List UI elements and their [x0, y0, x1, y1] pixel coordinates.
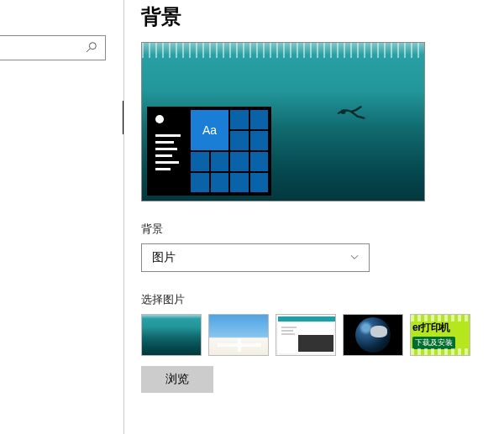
main-content: 背景 Aa — [141, 0, 504, 434]
choose-picture-label: 选择图片 — [141, 292, 504, 307]
background-type-dropdown[interactable]: 图片 — [141, 243, 370, 272]
picture-thumbnails: er打印机 下载及安装 — [141, 314, 504, 356]
chevron-down-icon — [349, 251, 360, 265]
start-menu-preview: Aa — [147, 107, 271, 196]
svg-line-1 — [87, 49, 90, 52]
nav-active-indicator — [123, 101, 123, 134]
swimmer-figure — [337, 102, 369, 122]
browse-button[interactable]: 浏览 — [141, 366, 213, 393]
page-title: 背景 — [141, 3, 504, 30]
tile-aa: Aa — [191, 110, 228, 150]
search-input[interactable] — [0, 35, 106, 60]
sidebar — [0, 0, 124, 434]
svg-point-0 — [89, 42, 96, 49]
thumbnail-5[interactable]: er打印机 下载及安装 — [410, 314, 470, 356]
dropdown-value: 图片 — [152, 250, 176, 265]
thumbnail-3[interactable] — [276, 314, 336, 356]
thumbnail-1[interactable] — [141, 314, 202, 356]
search-icon — [85, 40, 98, 56]
background-preview: Aa — [141, 42, 425, 201]
background-label: 背景 — [141, 222, 504, 237]
svg-point-2 — [341, 109, 346, 114]
thumbnail-4[interactable] — [343, 314, 403, 356]
thumbnail-2[interactable] — [208, 314, 269, 356]
